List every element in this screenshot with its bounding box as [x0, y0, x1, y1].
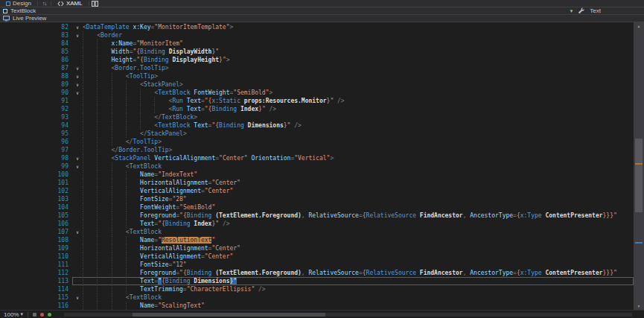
line-number[interactable]: 85 [0, 48, 72, 56]
code-line-108[interactable]: 108Name="ResolutionText" [0, 236, 634, 244]
code-text[interactable]: HorizontalAlignment="Center" [83, 179, 634, 187]
code-line-91[interactable]: 91<Run Text="{x:Static props:Resources.M… [0, 97, 634, 105]
code-text[interactable]: <TextBlock FontWeight="SemiBold"> [83, 89, 634, 97]
line-number[interactable]: 106 [0, 220, 72, 228]
code-line-113[interactable]: 113Text="{Binding Dimensions}" [0, 277, 634, 285]
status-icon-3[interactable] [48, 313, 51, 317]
code-line-105[interactable]: 105Foreground="{Binding (TextElement.For… [0, 212, 634, 220]
code-line-116[interactable]: 116Name="ScalingText" [0, 302, 634, 310]
line-number[interactable]: 115 [0, 293, 72, 302]
line-number[interactable]: 104 [0, 203, 72, 212]
code-text[interactable]: FontSize="12" [83, 261, 634, 269]
scrollbar-thumb[interactable] [635, 139, 643, 212]
line-number[interactable]: 83 [0, 31, 72, 39]
code-text[interactable]: VerticalAlignment="Center" [83, 187, 634, 195]
status-icon-1[interactable] [33, 313, 36, 317]
code-text[interactable]: </StackPanel> [83, 130, 634, 138]
line-number[interactable]: 94 [0, 121, 72, 130]
code-text[interactable]: <TextBlock [83, 228, 634, 236]
code-line-90[interactable]: 90∨<TextBlock FontWeight="SemiBold"> [0, 89, 634, 97]
status-icon-2[interactable] [40, 313, 44, 317]
code-line-106[interactable]: 106Text="{Binding Index}" /> [0, 220, 634, 228]
line-number[interactable]: 108 [0, 236, 72, 244]
line-number[interactable]: 113 [0, 277, 72, 285]
code-area[interactable]: 82∨<DataTemplate x:Key="MonitorItemTempl… [0, 22, 634, 310]
code-line-86[interactable]: 86Height="{Binding DisplayHeight}"> [0, 56, 634, 64]
line-number[interactable]: 116 [0, 302, 72, 310]
line-number[interactable]: 98 [0, 154, 72, 162]
line-number[interactable]: 91 [0, 97, 72, 105]
code-text[interactable]: Name="ScalingText" [83, 302, 634, 310]
line-number[interactable]: 114 [0, 285, 72, 293]
code-text[interactable]: <ToolTip> [83, 72, 634, 80]
fold-chevron-icon[interactable]: ∨ [72, 162, 83, 171]
code-text[interactable]: VerticalAlignment="Center" [83, 252, 634, 261]
code-text[interactable]: Text="{Binding Index}" /> [83, 220, 634, 228]
code-text[interactable]: x:Name="MonitorItem" [83, 39, 634, 48]
code-line-83[interactable]: 83∨<Border [0, 31, 634, 39]
code-line-109[interactable]: 109HorizontalAlignment="Center" [0, 244, 634, 252]
line-number[interactable]: 95 [0, 130, 72, 138]
line-number[interactable]: 112 [0, 269, 72, 277]
code-line-87[interactable]: 87∨<Border.ToolTip> [0, 64, 634, 72]
xaml-tab[interactable]: XAML [54, 0, 86, 7]
line-number[interactable]: 110 [0, 252, 72, 261]
code-line-98[interactable]: 98∨<StackPanel VerticalAlignment="Center… [0, 154, 634, 162]
line-number[interactable]: 82 [0, 23, 72, 31]
code-line-92[interactable]: 92<Run Text="{Binding Index}" /> [0, 105, 634, 113]
line-number[interactable]: 99 [0, 162, 72, 171]
line-number[interactable]: 101 [0, 179, 72, 187]
property-filter-label[interactable]: Text [590, 7, 601, 14]
line-number[interactable]: 87 [0, 64, 72, 72]
code-text[interactable]: <TextBlock [83, 162, 634, 171]
code-text[interactable]: <StackPanel> [83, 80, 634, 89]
code-text[interactable]: Foreground="{Binding (TextElement.Foregr… [83, 269, 634, 277]
code-text[interactable]: HorizontalAlignment="Center" [83, 244, 634, 252]
scrollbar-track[interactable] [634, 30, 644, 302]
code-text[interactable]: FontWeight="SemiBold" [83, 203, 634, 212]
code-line-82[interactable]: 82∨<DataTemplate x:Key="MonitorItemTempl… [0, 23, 634, 31]
code-text[interactable]: <StackPanel VerticalAlignment="Center" O… [83, 154, 634, 162]
line-number[interactable]: 92 [0, 105, 72, 113]
code-text[interactable]: </ToolTip> [83, 138, 634, 146]
fold-chevron-icon[interactable]: ∨ [72, 154, 83, 162]
line-number[interactable]: 102 [0, 187, 72, 195]
line-number[interactable]: 84 [0, 39, 72, 48]
code-text[interactable]: <Border [83, 31, 634, 39]
code-line-84[interactable]: 84x:Name="MonitorItem" [0, 39, 634, 48]
line-number[interactable]: 107 [0, 228, 72, 236]
code-text[interactable]: Height="{Binding DisplayHeight}"> [83, 56, 634, 64]
code-line-110[interactable]: 110VerticalAlignment="Center" [0, 252, 634, 261]
scrollbar-down-icon[interactable]: ▼ [634, 302, 644, 310]
design-tab[interactable]: Design [2, 0, 35, 7]
fold-chevron-icon[interactable]: ∨ [72, 72, 83, 80]
fold-chevron-icon[interactable]: ∨ [72, 228, 83, 236]
line-number[interactable]: 86 [0, 56, 72, 64]
code-line-99[interactable]: 99∨<TextBlock [0, 162, 634, 171]
code-text[interactable]: <TextBlock [83, 293, 634, 302]
line-number[interactable]: 105 [0, 212, 72, 220]
fold-chevron-icon[interactable]: ∨ [72, 293, 83, 302]
code-line-96[interactable]: 96</ToolTip> [0, 138, 634, 146]
code-text[interactable]: Text="{Binding Dimensions}" [83, 277, 634, 285]
code-line-101[interactable]: 101HorizontalAlignment="Center" [0, 179, 634, 187]
code-line-112[interactable]: 112Foreground="{Binding (TextElement.For… [0, 269, 634, 277]
code-text[interactable]: <TextBlock Text="{Binding Dimensions}" /… [83, 121, 634, 130]
code-text[interactable]: Name="ResolutionText" [83, 236, 634, 244]
horizontal-scrollbar[interactable] [64, 313, 632, 317]
code-line-100[interactable]: 100Name="IndexText" [0, 171, 634, 179]
code-text[interactable]: FontSize="28" [83, 195, 634, 203]
code-line-107[interactable]: 107∨<TextBlock [0, 228, 634, 236]
code-line-103[interactable]: 103FontSize="28" [0, 195, 634, 203]
line-number[interactable]: 109 [0, 244, 72, 252]
code-line-111[interactable]: 111FontSize="12" [0, 261, 634, 269]
swap-panes-button[interactable]: ↑↓ [40, 1, 48, 6]
code-text[interactable]: </TextBlock> [83, 113, 634, 121]
code-line-97[interactable]: 97</Border.ToolTip> [0, 146, 634, 154]
line-number[interactable]: 89 [0, 80, 72, 89]
code-text[interactable]: <Border.ToolTip> [83, 64, 634, 72]
code-line-85[interactable]: 85Width="{Binding DisplayWidth}" [0, 48, 634, 56]
code-text[interactable]: Name="IndexText" [83, 171, 634, 179]
zoom-control[interactable]: 100% ▾ [4, 311, 23, 318]
fold-chevron-icon[interactable]: ∨ [72, 80, 83, 89]
